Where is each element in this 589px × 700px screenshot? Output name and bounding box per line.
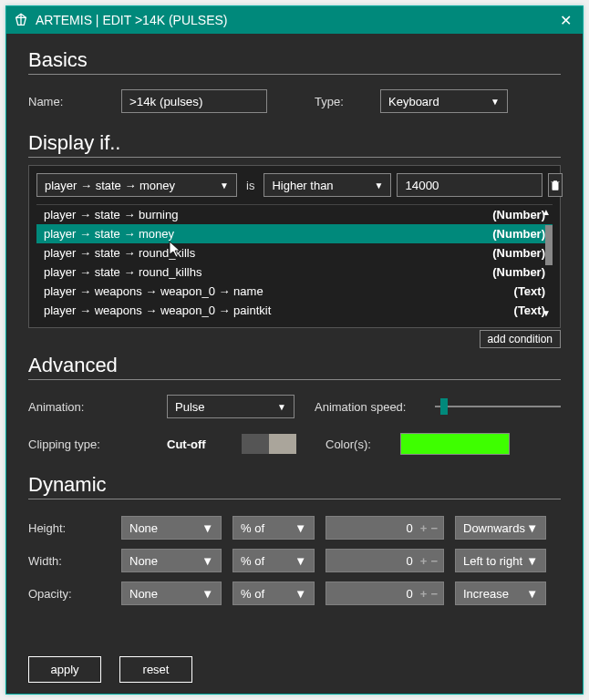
dynamic-direction-value: Downwards bbox=[463, 521, 525, 535]
dropdown-option-type: (Text) bbox=[514, 304, 545, 317]
dropdown-option[interactable]: player → state → burning(Number) bbox=[36, 205, 553, 224]
dynamic-source-select[interactable]: None▼ bbox=[121, 549, 222, 572]
dynamic-value-stepper[interactable]: 0+− bbox=[326, 516, 444, 540]
name-input[interactable] bbox=[121, 89, 267, 113]
add-condition-button[interactable]: add condition bbox=[480, 330, 561, 348]
dynamic-value: 0 bbox=[332, 521, 417, 535]
chevron-down-icon: ▼ bbox=[526, 521, 538, 535]
dropdown-option[interactable]: player → weapons → weapon_0 → paintkit(T… bbox=[36, 301, 553, 320]
color-swatch[interactable] bbox=[400, 433, 510, 455]
dynamic-value: 0 bbox=[332, 554, 417, 568]
dynamic-row: Opacity:None▼% of▼0+−Increase▼ bbox=[28, 582, 561, 605]
dynamic-source-select[interactable]: None▼ bbox=[121, 516, 222, 540]
dynamic-unit-select[interactable]: % of▼ bbox=[232, 549, 315, 572]
dropdown-option-type: (Number) bbox=[492, 227, 545, 241]
plus-icon[interactable]: + bbox=[420, 587, 428, 601]
chevron-down-icon: ▼ bbox=[294, 587, 306, 601]
dropdown-option[interactable]: player → weapons → weapon_0 → name(Text) bbox=[36, 282, 553, 301]
condition-property-select[interactable]: player → state → money ▼ bbox=[36, 173, 237, 197]
dropdown-option-path: player → weapons → weapon_0 → paintkit bbox=[44, 304, 271, 317]
chevron-down-icon: ▼ bbox=[491, 97, 500, 107]
chevron-down-icon: ▼ bbox=[294, 521, 306, 535]
dynamic-source-value: None bbox=[129, 587, 158, 601]
scroll-up-icon[interactable]: ▲ bbox=[542, 207, 551, 217]
displayif-heading: Display if.. bbox=[28, 131, 561, 158]
property-dropdown-list: ▲ ▼ player → state → burning(Number)play… bbox=[36, 204, 553, 320]
dynamic-source-value: None bbox=[129, 554, 158, 568]
animation-label: Animation: bbox=[28, 400, 156, 414]
dynamic-direction-select[interactable]: Downwards▼ bbox=[455, 516, 546, 540]
animation-select-value: Pulse bbox=[175, 400, 205, 414]
chevron-down-icon: ▼ bbox=[526, 554, 538, 568]
dynamic-label: Width: bbox=[28, 554, 110, 568]
dynamic-source-select[interactable]: None▼ bbox=[121, 582, 222, 605]
type-select[interactable]: Keyboard ▼ bbox=[380, 89, 508, 113]
dynamic-direction-select[interactable]: Increase▼ bbox=[455, 582, 546, 605]
dropdown-option-path: player → state → round_killhs bbox=[44, 265, 202, 279]
plus-icon[interactable]: + bbox=[420, 554, 428, 568]
condition-property-value: player → state → money bbox=[45, 179, 175, 192]
speed-slider[interactable] bbox=[435, 396, 561, 417]
content-area: Basics Name: Type: Keyboard ▼ Display if… bbox=[6, 34, 583, 694]
dynamic-direction-value: Increase bbox=[463, 587, 509, 601]
condition-value-input[interactable] bbox=[397, 173, 542, 197]
chevron-down-icon: ▼ bbox=[202, 521, 213, 535]
app-icon bbox=[14, 13, 28, 27]
chevron-down-icon: ▼ bbox=[526, 587, 538, 601]
dynamic-row: Height:None▼% of▼0+−Downwards▼ bbox=[28, 516, 561, 540]
is-label: is bbox=[243, 179, 258, 192]
dynamic-unit-select[interactable]: % of▼ bbox=[232, 582, 315, 605]
dropdown-option-type: (Number) bbox=[492, 265, 545, 279]
condition-operator-select[interactable]: Higher than ▼ bbox=[264, 173, 391, 197]
advanced-heading: Advanced bbox=[28, 354, 561, 380]
chevron-down-icon: ▼ bbox=[294, 554, 306, 568]
dynamic-label: Height: bbox=[28, 521, 110, 535]
chevron-down-icon: ▼ bbox=[374, 180, 383, 190]
dropdown-option[interactable]: player → state → money(Number) bbox=[36, 224, 553, 243]
type-select-value: Keyboard bbox=[388, 95, 439, 108]
dynamic-heading: Dynamic bbox=[28, 473, 561, 499]
dropdown-option-type: (Number) bbox=[492, 246, 545, 260]
reset-button[interactable]: reset bbox=[119, 656, 192, 683]
slider-thumb[interactable] bbox=[440, 398, 448, 415]
scroll-down-icon[interactable]: ▼ bbox=[542, 308, 551, 318]
dynamic-value-stepper[interactable]: 0+− bbox=[326, 582, 444, 605]
window-title: ARTEMIS | EDIT >14K (PULSES) bbox=[36, 13, 227, 27]
chevron-down-icon: ▼ bbox=[220, 180, 229, 190]
trash-icon bbox=[549, 179, 562, 191]
scrollbar-thumb[interactable] bbox=[545, 225, 553, 265]
dropdown-option-type: (Number) bbox=[492, 208, 545, 221]
dropdown-option[interactable]: player → state → round_killhs(Number) bbox=[36, 262, 553, 282]
dropdown-option-type: (Text) bbox=[514, 284, 545, 298]
dropdown-option-path: player → state → round_kills bbox=[44, 246, 195, 260]
clipping-toggle[interactable] bbox=[242, 434, 296, 454]
apply-button[interactable]: apply bbox=[28, 656, 101, 683]
dynamic-unit-value: % of bbox=[241, 587, 264, 601]
chevron-down-icon: ▼ bbox=[202, 587, 213, 601]
dropdown-option[interactable]: player → state → round_kills(Number) bbox=[36, 243, 553, 262]
condition-operator-value: Higher than bbox=[272, 179, 333, 192]
dynamic-row: Width:None▼% of▼0+−Left to right▼ bbox=[28, 549, 561, 572]
name-label: Name: bbox=[28, 95, 110, 108]
minus-icon[interactable]: − bbox=[430, 554, 438, 568]
delete-condition-button[interactable] bbox=[548, 173, 563, 197]
dynamic-label: Opacity: bbox=[28, 587, 110, 601]
type-label: Type: bbox=[315, 95, 369, 108]
animation-select[interactable]: Pulse ▼ bbox=[167, 395, 294, 418]
dynamic-direction-select[interactable]: Left to right▼ bbox=[455, 549, 546, 572]
plus-icon[interactable]: + bbox=[420, 521, 428, 535]
minus-icon[interactable]: − bbox=[430, 587, 438, 601]
titlebar: ARTEMIS | EDIT >14K (PULSES) ✕ bbox=[6, 6, 583, 34]
dynamic-value-stepper[interactable]: 0+− bbox=[326, 549, 444, 572]
minus-icon[interactable]: − bbox=[430, 521, 438, 535]
close-icon[interactable]: ✕ bbox=[556, 12, 575, 29]
condition-row: player → state → money ▼ is Higher than … bbox=[36, 173, 553, 197]
chevron-down-icon: ▼ bbox=[202, 554, 213, 568]
dynamic-direction-value: Left to right bbox=[463, 554, 522, 568]
dynamic-source-value: None bbox=[129, 521, 158, 535]
dynamic-unit-select[interactable]: % of▼ bbox=[232, 516, 315, 540]
dynamic-unit-value: % of bbox=[241, 521, 264, 535]
dropdown-option-path: player → state → burning bbox=[44, 208, 178, 221]
basics-heading: Basics bbox=[28, 48, 561, 75]
condition-container: player → state → money ▼ is Higher than … bbox=[28, 165, 561, 328]
